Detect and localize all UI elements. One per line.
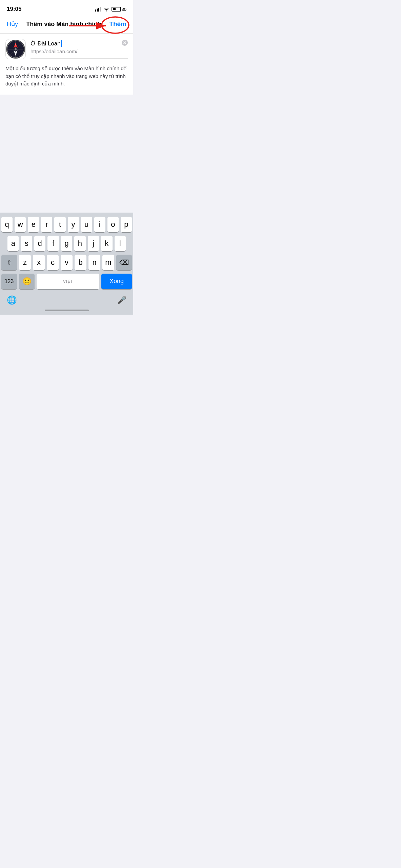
key-t[interactable]: t <box>54 217 65 232</box>
cellular-icon <box>95 7 101 12</box>
status-bar: 19:05 30 <box>0 0 133 16</box>
key-n[interactable]: n <box>88 255 100 270</box>
home-indicator <box>45 310 89 311</box>
clear-icon <box>122 40 128 46</box>
numbers-key[interactable]: 123 <box>1 274 17 289</box>
key-s[interactable]: s <box>21 236 32 251</box>
key-u[interactable]: u <box>81 217 92 232</box>
name-input-row: Ở Đài Loan <box>31 40 128 47</box>
app-url: https://odailoan.com/ <box>31 48 128 54</box>
emoji-key[interactable]: 🙂 <box>19 274 35 289</box>
key-e[interactable]: e <box>28 217 39 232</box>
svg-rect-2 <box>98 8 99 12</box>
key-h[interactable]: h <box>74 236 85 251</box>
key-g[interactable]: g <box>61 236 72 251</box>
key-v[interactable]: v <box>61 255 73 270</box>
svg-rect-1 <box>97 9 98 12</box>
done-key[interactable]: Xong <box>101 274 132 289</box>
globe-icon[interactable]: 🌐 <box>7 295 17 305</box>
empty-content-area <box>0 97 133 213</box>
key-l[interactable]: l <box>115 236 126 251</box>
app-icon: N <box>5 39 26 59</box>
key-q[interactable]: q <box>1 217 13 232</box>
app-icon-svg: N <box>6 39 25 59</box>
home-bar <box>0 310 133 315</box>
battery-icon: 30 <box>112 7 126 12</box>
key-j[interactable]: j <box>88 236 99 251</box>
app-name-field[interactable]: Ở Đài Loan <box>31 40 62 47</box>
key-k[interactable]: k <box>101 236 112 251</box>
cancel-button[interactable]: Hủy <box>7 20 18 28</box>
backspace-key[interactable]: ⌫ <box>116 255 132 270</box>
svg-rect-3 <box>100 7 101 12</box>
key-y[interactable]: y <box>68 217 79 232</box>
key-a[interactable]: a <box>7 236 19 251</box>
description-text: Một biểu tượng sẽ được thêm vào Màn hình… <box>0 59 133 97</box>
input-area: Ở Đài Loan https://odailoan.com/ <box>31 40 128 59</box>
key-m[interactable]: m <box>102 255 114 270</box>
text-cursor <box>61 40 62 47</box>
add-button-container: Thêm <box>109 20 126 28</box>
space-key[interactable]: VIỆT <box>37 274 99 289</box>
wifi-icon <box>103 7 109 12</box>
keyboard-row-4: 123 🙂 VIỆT Xong <box>1 274 132 289</box>
svg-rect-0 <box>95 9 96 12</box>
key-f[interactable]: f <box>47 236 59 251</box>
keyboard-bottom-row: 🌐 🎤 <box>1 293 132 308</box>
nav-bar: Hủy Thêm vào Màn hình chính Thêm <box>0 16 133 34</box>
key-r[interactable]: r <box>41 217 52 232</box>
nav-title: Thêm vào Màn hình chính <box>18 21 109 28</box>
clear-button[interactable] <box>122 40 128 47</box>
space-label: VIỆT <box>63 279 73 284</box>
app-row: N Ở Đài Loan https://odailoan.com/ <box>0 34 133 59</box>
app-name-text: Ở Đài Loan <box>31 40 61 47</box>
key-w[interactable]: w <box>15 217 26 232</box>
shift-key[interactable]: ⇧ <box>1 255 17 270</box>
key-c[interactable]: c <box>47 255 59 270</box>
key-x[interactable]: x <box>33 255 45 270</box>
key-d[interactable]: d <box>34 236 45 251</box>
key-z[interactable]: z <box>19 255 31 270</box>
add-button[interactable]: Thêm <box>109 20 126 27</box>
key-p[interactable]: p <box>121 217 132 232</box>
microphone-icon[interactable]: 🎤 <box>117 296 126 304</box>
status-time: 19:05 <box>7 6 21 13</box>
keyboard-row-1: q w e r t y u i o p <box>1 217 132 232</box>
svg-point-16 <box>15 48 17 50</box>
status-icons: 30 <box>95 7 126 12</box>
key-b[interactable]: b <box>75 255 86 270</box>
key-i[interactable]: i <box>94 217 105 232</box>
key-o[interactable]: o <box>107 217 119 232</box>
keyboard-row-3: ⇧ z x c v b n m ⌫ <box>1 255 132 270</box>
keyboard: q w e r t y u i o p a s d f g h j k l ⇧ … <box>0 213 133 310</box>
keyboard-row-2: a s d f g h j k l <box>1 236 132 251</box>
battery-level: 30 <box>122 7 126 12</box>
svg-text:N: N <box>15 44 16 46</box>
